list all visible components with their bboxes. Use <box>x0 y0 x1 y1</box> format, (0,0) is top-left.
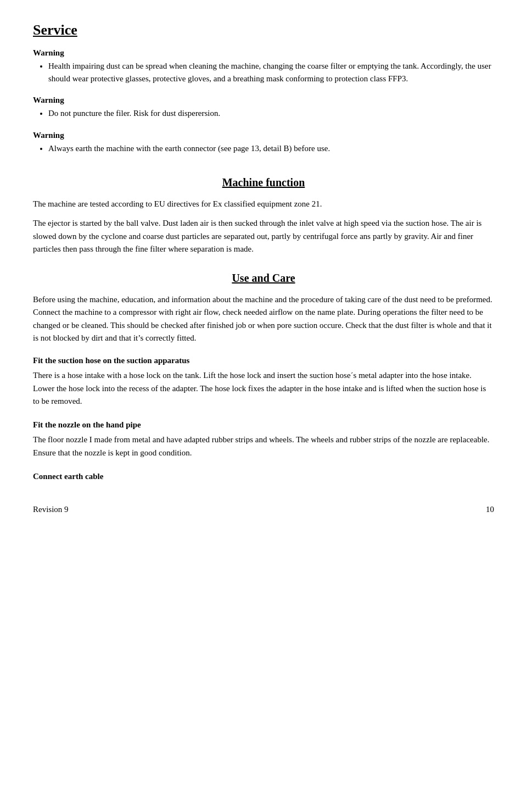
warning-list-3: Always earth the machine with the earth … <box>48 142 494 155</box>
subsection-suction-hose-heading: Fit the suction hose on the suction appa… <box>33 354 494 367</box>
subsection-nozzle-heading: Fit the nozzle on the hand pipe <box>33 419 494 431</box>
machine-function-para-2: The ejector is started by the ball valve… <box>33 217 494 255</box>
subsection-suction-hose: Fit the suction hose on the suction appa… <box>33 354 494 408</box>
warning-item-1: Health impairing dust can be spread when… <box>48 60 494 85</box>
page-title: Service <box>33 22 494 38</box>
warning-list-1: Health impairing dust can be spread when… <box>48 60 494 85</box>
use-and-care-intro: Before using the machine, education, and… <box>33 293 494 344</box>
warning-label-2: Warning <box>33 96 494 105</box>
page-container: Service Warning Health impairing dust ca… <box>0 0 527 536</box>
machine-function-para-1: The machine are tested according to EU d… <box>33 198 494 210</box>
warning-label-1: Warning <box>33 48 494 58</box>
warning-item-3: Always earth the machine with the earth … <box>48 142 494 155</box>
revision-label: Revision 9 <box>33 505 69 514</box>
warning-block-3: Warning Always earth the machine with th… <box>33 131 494 155</box>
machine-function-section: Machine function The machine are tested … <box>33 176 494 255</box>
warning-list-2: Do not puncture the filer. Risk for dust… <box>48 107 494 120</box>
warning-block-1: Warning Health impairing dust can be spr… <box>33 48 494 85</box>
warning-label-3: Warning <box>33 131 494 140</box>
warning-block-2: Warning Do not puncture the filer. Risk … <box>33 96 494 120</box>
subsection-suction-hose-text: There is a hose intake with a hose lock … <box>33 369 494 408</box>
machine-function-title: Machine function <box>33 176 494 189</box>
page-footer: Revision 9 10 <box>33 505 494 514</box>
use-and-care-title: Use and Care <box>33 272 494 285</box>
subsection-earth-cable-heading: Connect earth cable <box>33 470 494 483</box>
page-number: 10 <box>486 505 494 514</box>
subsection-earth-cable: Connect earth cable <box>33 470 494 483</box>
subsection-nozzle-text: The floor nozzle I made from metal and h… <box>33 433 494 459</box>
use-and-care-section: Use and Care Before using the machine, e… <box>33 272 494 483</box>
subsection-nozzle: Fit the nozzle on the hand pipe The floo… <box>33 419 494 459</box>
warning-item-2: Do not puncture the filer. Risk for dust… <box>48 107 494 120</box>
